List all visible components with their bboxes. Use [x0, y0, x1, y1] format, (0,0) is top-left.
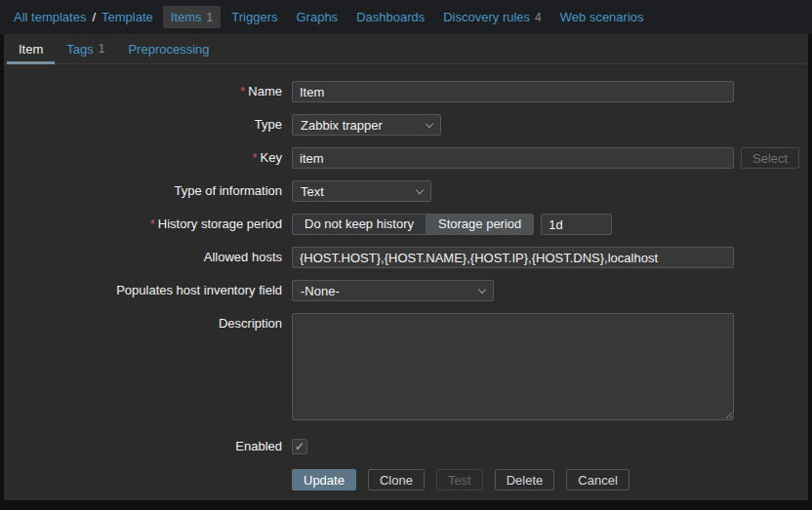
required-asterisk: *	[253, 150, 258, 165]
breadcrumb-template[interactable]: Template	[102, 10, 153, 24]
chevron-down-icon	[426, 119, 433, 127]
description-textarea[interactable]	[292, 313, 734, 420]
update-button[interactable]: Update	[292, 469, 356, 490]
tab-items-count: 1	[207, 11, 214, 24]
chevron-down-icon	[416, 185, 424, 193]
type-of-information-select[interactable]: Text	[292, 180, 431, 202]
check-icon: ✓	[295, 441, 304, 452]
chevron-down-icon	[478, 285, 486, 293]
subtab-tags-label: Tags	[66, 42, 93, 63]
type-label-text: Type	[255, 117, 282, 132]
form-actions: Update Clone Test Delete Cancel	[4, 469, 808, 490]
enabled-label-text: Enabled	[235, 439, 282, 453]
populates-host-inventory-field-select-value: -None-	[301, 284, 340, 298]
type-of-information-label-text: Type of information	[174, 183, 282, 198]
subtab-tags-count: 1	[99, 42, 105, 63]
tab-triggers-label: Triggers	[231, 10, 277, 24]
allowed-hosts-label-text: Allowed hosts	[204, 250, 282, 264]
name-label-text: Name	[248, 84, 282, 98]
tab-items-label: Items	[171, 10, 202, 24]
description-label: Description	[4, 313, 292, 420]
name-label: *Name	[4, 81, 292, 102]
form-row-description: Description	[4, 313, 808, 420]
tab-discovery-rules-count: 4	[535, 11, 542, 24]
subtab-tags[interactable]: Tags 1	[55, 34, 116, 63]
key-label-text: Key	[261, 150, 282, 165]
subtab-preprocessing[interactable]: Preprocessing	[116, 34, 221, 63]
tab-discovery-rules[interactable]: Discovery rules 4	[435, 6, 549, 28]
form-tabs: Item Tags 1 Preprocessing	[4, 34, 808, 64]
history-option-do-not-keep[interactable]: Do not keep history	[293, 215, 426, 234]
content-card: Item Tags 1 Preprocessing *Name Type	[4, 34, 808, 500]
type-select-value: Zabbix trapper	[301, 118, 383, 133]
subtab-preprocessing-label: Preprocessing	[128, 42, 209, 63]
form-row-type-of-information: Type of information Text	[4, 180, 808, 202]
form-row-key: *Key Select	[4, 147, 808, 169]
history-mode-toggle: Do not keep history Storage period	[292, 214, 534, 235]
populates-host-inventory-field-label: Populates host inventory field	[4, 280, 292, 301]
form-row-enabled: Enabled ✓	[4, 436, 808, 457]
form-row-type: Type Zabbix trapper	[4, 114, 808, 136]
cancel-button[interactable]: Cancel	[566, 469, 629, 490]
tab-graphs-label: Graphs	[296, 10, 338, 24]
page: { "breadcrumb": { "all_templates": "All …	[0, 0, 812, 510]
allowed-hosts-input[interactable]	[292, 247, 734, 268]
top-navigation: All templates / Template Items 1 Trigger…	[0, 0, 812, 34]
breadcrumb-all-templates[interactable]: All templates	[14, 10, 86, 24]
form-row-name: *Name	[4, 81, 808, 102]
history-period-input[interactable]	[541, 214, 612, 235]
type-label: Type	[4, 114, 292, 136]
tab-dashboards[interactable]: Dashboards	[348, 6, 432, 28]
type-select[interactable]: Zabbix trapper	[292, 114, 441, 136]
tab-dashboards-label: Dashboards	[356, 10, 425, 24]
type-of-information-select-value: Text	[301, 184, 324, 199]
tab-discovery-rules-label: Discovery rules	[443, 10, 530, 24]
tab-triggers[interactable]: Triggers	[223, 6, 285, 28]
allowed-hosts-label: Allowed hosts	[4, 247, 292, 268]
name-input[interactable]	[292, 81, 734, 102]
tab-graphs[interactable]: Graphs	[288, 6, 345, 28]
required-asterisk: *	[150, 216, 155, 231]
clone-button[interactable]: Clone	[368, 469, 425, 490]
populates-host-inventory-field-label-text: Populates host inventory field	[116, 283, 282, 297]
delete-button[interactable]: Delete	[495, 469, 555, 490]
history-option-storage-period[interactable]: Storage period	[426, 215, 533, 234]
tab-items[interactable]: Items 1	[163, 6, 221, 28]
tab-web-scenarios[interactable]: Web scenarios	[552, 6, 652, 28]
description-label-text: Description	[219, 316, 282, 331]
populates-host-inventory-field-select[interactable]: -None-	[292, 280, 494, 301]
history-storage-period-label: *History storage period	[4, 214, 292, 235]
key-label: *Key	[4, 147, 292, 169]
key-input[interactable]	[292, 147, 734, 169]
tab-web-scenarios-label: Web scenarios	[560, 10, 644, 24]
item-form: *Name Type Zabbix trapper *Key	[4, 64, 808, 490]
form-actions-spacer	[4, 469, 292, 490]
history-storage-period-label-text: History storage period	[158, 216, 282, 231]
form-row-populates-host-inventory-field: Populates host inventory field -None-	[4, 280, 808, 301]
breadcrumb-separator: /	[92, 10, 96, 24]
form-row-allowed-hosts: Allowed hosts	[4, 247, 808, 268]
key-select-button: Select	[741, 147, 799, 169]
entity-tabs: Items 1 Triggers Graphs Dashboards Disco…	[163, 6, 652, 28]
enabled-checkbox[interactable]: ✓	[292, 439, 307, 454]
subtab-item[interactable]: Item	[7, 34, 55, 63]
form-row-history-storage-period: *History storage period Do not keep hist…	[4, 214, 808, 235]
type-of-information-label: Type of information	[4, 180, 292, 202]
test-button: Test	[436, 469, 483, 490]
required-asterisk: *	[240, 84, 245, 98]
subtab-item-label: Item	[19, 42, 43, 63]
enabled-label: Enabled	[4, 436, 292, 457]
